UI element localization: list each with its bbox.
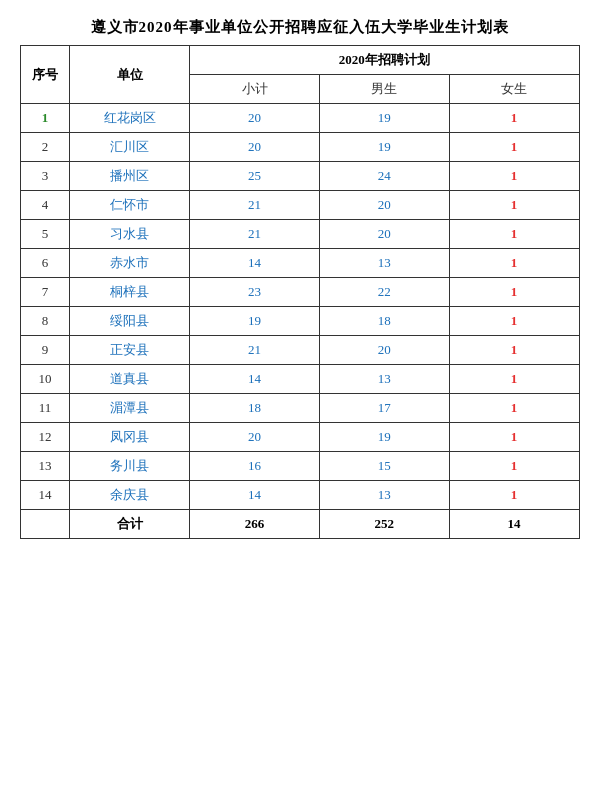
- cell-male: 13: [319, 249, 449, 278]
- cell-total-sub: 266: [190, 510, 320, 539]
- cell-subtotal: 20: [190, 133, 320, 162]
- cell-seq: 6: [20, 249, 70, 278]
- page-title: 遵义市2020年事业单位公开招聘应征入伍大学毕业生计划表: [20, 18, 580, 37]
- cell-male: 18: [319, 307, 449, 336]
- table-row: 8绥阳县19181: [20, 307, 579, 336]
- cell-male: 24: [319, 162, 449, 191]
- table-row: 2汇川区20191: [20, 133, 579, 162]
- cell-seq: 12: [20, 423, 70, 452]
- cell-female: 1: [449, 423, 579, 452]
- cell-unit: 绥阳县: [70, 307, 190, 336]
- cell-subtotal: 16: [190, 452, 320, 481]
- cell-female: 1: [449, 394, 579, 423]
- cell-seq: 14: [20, 481, 70, 510]
- cell-subtotal: 19: [190, 307, 320, 336]
- cell-total-female: 14: [449, 510, 579, 539]
- table-row: 7桐梓县23221: [20, 278, 579, 307]
- col-header-female: 女生: [449, 75, 579, 104]
- table-row: 13务川县16151: [20, 452, 579, 481]
- cell-unit: 仁怀市: [70, 191, 190, 220]
- cell-total-label: 合计: [70, 510, 190, 539]
- col-header-seq: 序号: [20, 46, 70, 104]
- cell-female: 1: [449, 220, 579, 249]
- table-row: 4仁怀市21201: [20, 191, 579, 220]
- table-row: 9正安县21201: [20, 336, 579, 365]
- cell-subtotal: 21: [190, 191, 320, 220]
- table-total-row: 合计26625214: [20, 510, 579, 539]
- cell-female: 1: [449, 162, 579, 191]
- table-row: 10道真县14131: [20, 365, 579, 394]
- cell-male: 15: [319, 452, 449, 481]
- cell-male: 13: [319, 481, 449, 510]
- cell-unit: 赤水市: [70, 249, 190, 278]
- cell-male: 20: [319, 191, 449, 220]
- cell-female: 1: [449, 104, 579, 133]
- cell-male: 19: [319, 133, 449, 162]
- cell-subtotal: 23: [190, 278, 320, 307]
- cell-unit: 桐梓县: [70, 278, 190, 307]
- col-header-unit: 单位: [70, 46, 190, 104]
- cell-male: 22: [319, 278, 449, 307]
- cell-unit: 正安县: [70, 336, 190, 365]
- cell-seq: 1: [20, 104, 70, 133]
- cell-unit: 习水县: [70, 220, 190, 249]
- cell-subtotal: 21: [190, 336, 320, 365]
- cell-subtotal: 18: [190, 394, 320, 423]
- table-row: 1红花岗区20191: [20, 104, 579, 133]
- cell-seq: 7: [20, 278, 70, 307]
- cell-seq: 2: [20, 133, 70, 162]
- cell-unit: 湄潭县: [70, 394, 190, 423]
- cell-male: 19: [319, 104, 449, 133]
- cell-unit: 凤冈县: [70, 423, 190, 452]
- cell-subtotal: 20: [190, 423, 320, 452]
- cell-female: 1: [449, 278, 579, 307]
- cell-subtotal: 14: [190, 365, 320, 394]
- cell-male: 20: [319, 220, 449, 249]
- cell-male: 19: [319, 423, 449, 452]
- cell-seq: 11: [20, 394, 70, 423]
- cell-female: 1: [449, 249, 579, 278]
- cell-female: 1: [449, 481, 579, 510]
- cell-male: 20: [319, 336, 449, 365]
- col-header-sub: 小计: [190, 75, 320, 104]
- cell-female: 1: [449, 307, 579, 336]
- cell-subtotal: 21: [190, 220, 320, 249]
- cell-unit: 道真县: [70, 365, 190, 394]
- cell-seq: 4: [20, 191, 70, 220]
- cell-seq: 10: [20, 365, 70, 394]
- table-row: 5习水县21201: [20, 220, 579, 249]
- cell-unit: 务川县: [70, 452, 190, 481]
- table-row: 14余庆县14131: [20, 481, 579, 510]
- cell-seq: 5: [20, 220, 70, 249]
- cell-seq: 13: [20, 452, 70, 481]
- cell-total-male: 252: [319, 510, 449, 539]
- recruitment-table: 序号 单位 2020年招聘计划 小计 男生 女生 1红花岗区201912汇川区2…: [20, 45, 580, 539]
- cell-total-empty: [20, 510, 70, 539]
- cell-unit: 汇川区: [70, 133, 190, 162]
- cell-female: 1: [449, 133, 579, 162]
- cell-female: 1: [449, 365, 579, 394]
- table-row: 3播州区25241: [20, 162, 579, 191]
- cell-subtotal: 14: [190, 481, 320, 510]
- col-header-plan: 2020年招聘计划: [190, 46, 579, 75]
- cell-female: 1: [449, 191, 579, 220]
- col-header-male: 男生: [319, 75, 449, 104]
- cell-seq: 8: [20, 307, 70, 336]
- cell-unit: 红花岗区: [70, 104, 190, 133]
- table-row: 6赤水市14131: [20, 249, 579, 278]
- cell-subtotal: 20: [190, 104, 320, 133]
- table-row: 11湄潭县18171: [20, 394, 579, 423]
- cell-seq: 9: [20, 336, 70, 365]
- cell-unit: 余庆县: [70, 481, 190, 510]
- table-row: 12凤冈县20191: [20, 423, 579, 452]
- cell-seq: 3: [20, 162, 70, 191]
- table-header-row-1: 序号 单位 2020年招聘计划: [20, 46, 579, 75]
- cell-subtotal: 25: [190, 162, 320, 191]
- table-body: 1红花岗区201912汇川区201913播州区252414仁怀市212015习水…: [20, 104, 579, 539]
- cell-male: 17: [319, 394, 449, 423]
- cell-male: 13: [319, 365, 449, 394]
- cell-unit: 播州区: [70, 162, 190, 191]
- cell-female: 1: [449, 452, 579, 481]
- cell-subtotal: 14: [190, 249, 320, 278]
- cell-female: 1: [449, 336, 579, 365]
